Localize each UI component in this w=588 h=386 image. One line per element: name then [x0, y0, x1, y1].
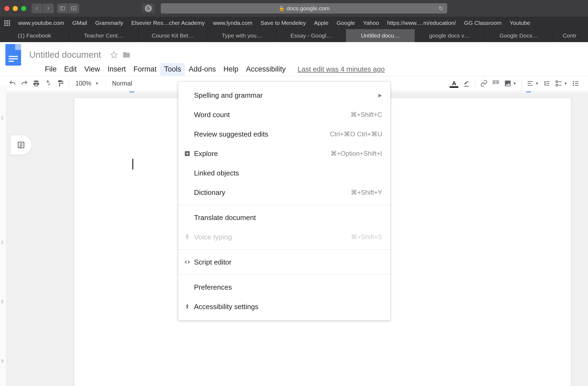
text-color-button[interactable]: A	[449, 78, 459, 89]
star-button[interactable]	[109, 50, 119, 60]
line-spacing-button[interactable]	[542, 78, 552, 89]
browser-tab[interactable]: google docs v…	[415, 29, 484, 42]
ruler-number: 3	[1, 358, 3, 363]
menu-item-script-editor[interactable]: Script editor	[178, 252, 390, 272]
bulleted-list-button[interactable]	[571, 78, 580, 89]
menu-item-dictionary[interactable]: Dictionary⌘+Shift+Y	[178, 183, 390, 202]
bookmark-item[interactable]: www.lynda.com	[213, 20, 252, 26]
keyboard-shortcut: Ctrl+⌘O Ctrl+⌘U	[330, 130, 382, 138]
move-folder-button[interactable]	[122, 50, 131, 60]
vertical-ruler[interactable]: 1 1 2 3	[0, 85, 6, 386]
bookmark-item[interactable]: Apple	[314, 20, 329, 26]
bookmark-item[interactable]: Yahoo	[363, 20, 379, 26]
menu-edit[interactable]: Edit	[61, 63, 81, 76]
outline-toggle-button[interactable]	[10, 135, 32, 155]
svg-rect-6	[495, 83, 497, 83]
menu-item-review-suggested-edits[interactable]: Review suggested editsCtrl+⌘O Ctrl+⌘U	[178, 124, 390, 144]
keyboard-shortcut: ⌘+Shift+C	[350, 111, 382, 118]
paragraph-style-select[interactable]: Normal	[109, 80, 138, 87]
document-title[interactable]: Untitled document	[29, 50, 101, 60]
insert-link-button[interactable]	[479, 78, 489, 89]
align-button[interactable]: ▼	[525, 78, 540, 89]
close-window-button[interactable]	[4, 6, 9, 11]
menu-item-preferences[interactable]: Preferences	[178, 277, 390, 297]
nav-forward-button[interactable]	[43, 4, 54, 13]
nav-back-button[interactable]	[32, 4, 42, 13]
menu-accessibility[interactable]: Accessibility	[242, 63, 289, 76]
tools-menu-dropdown: Spelling and grammar▶Word count⌘+Shift+C…	[178, 82, 390, 320]
bookmark-item[interactable]: GG Classroom	[464, 20, 502, 26]
minimize-window-button[interactable]	[13, 6, 18, 11]
keyboard-shortcut: ⌘+Shift+S	[351, 233, 382, 241]
browser-tab[interactable]: Google Docs…	[484, 29, 553, 42]
browser-tab[interactable]: Essay - Googl…	[277, 29, 346, 42]
menu-item-voice-typing: Voice typing⌘+Shift+S	[178, 227, 390, 247]
bookmark-item[interactable]: Elsevier Res…cher Academy	[131, 20, 205, 26]
explore-icon	[183, 150, 191, 157]
bookmark-item[interactable]: Google	[337, 20, 355, 26]
spellcheck-button[interactable]	[43, 78, 53, 89]
bookmark-item[interactable]: Youtube	[510, 20, 530, 26]
chevron-down-icon: ▼	[564, 81, 567, 86]
window-controls	[4, 6, 26, 11]
grammarly-extension-button[interactable]: G	[142, 4, 155, 13]
bookmark-item[interactable]: https://www.…m/education/	[387, 20, 456, 26]
browser-tab[interactable]: Course Kit Bet…	[138, 29, 208, 42]
paint-format-button[interactable]	[55, 78, 65, 89]
svg-point-19	[573, 83, 574, 84]
menu-item-linked-objects[interactable]: Linked objects	[178, 163, 390, 183]
browser-tab[interactable]: (1) Facebook	[0, 29, 69, 42]
menu-tools[interactable]: Tools	[160, 63, 185, 76]
url-text: docs.google.com	[287, 5, 330, 12]
menu-item-word-count[interactable]: Word count⌘+Shift+C	[178, 105, 390, 124]
svg-rect-14	[556, 81, 558, 83]
highlight-color-button[interactable]	[462, 78, 471, 89]
svg-rect-23	[575, 85, 579, 86]
browser-tab[interactable]: Contr	[553, 29, 586, 42]
top-sites-button[interactable]	[68, 4, 79, 13]
sidebar-toggle-button[interactable]	[57, 4, 68, 13]
menu-item-explore[interactable]: Explore⌘+Option+Shift+I	[178, 144, 390, 163]
bookmark-item[interactable]: GMail	[72, 20, 87, 26]
bookmark-item[interactable]: Grammarly	[95, 20, 123, 26]
bookmark-item[interactable]: www.youtube.com	[18, 20, 64, 26]
menu-item-accessibility-settings[interactable]: Accessibility settings	[178, 297, 390, 316]
undo-button[interactable]	[8, 78, 17, 89]
chevron-down-icon: ▼	[95, 81, 99, 86]
menu-item-translate-document[interactable]: Translate document	[178, 208, 390, 227]
menu-item-label: Explore	[194, 150, 218, 158]
bookmarks-bar: www.youtube.com GMail Grammarly Elsevier…	[0, 17, 588, 29]
menu-item-label: Translate document	[194, 214, 256, 222]
menu-insert[interactable]: Insert	[104, 63, 130, 76]
menu-item-spelling-and-grammar[interactable]: Spelling and grammar▶	[178, 86, 390, 105]
insert-comment-button[interactable]	[491, 78, 501, 89]
insert-image-button[interactable]: ▼	[503, 78, 517, 89]
url-bar[interactable]: 🔒 docs.google.com ↻	[161, 3, 447, 13]
menu-file[interactable]: File	[41, 63, 61, 76]
menu-divider	[178, 205, 390, 205]
mic-icon	[183, 234, 191, 240]
menu-add-ons[interactable]: Add-ons	[185, 63, 220, 76]
menu-item-label: Preferences	[194, 283, 232, 292]
browser-tab[interactable]: Type with you…	[208, 29, 277, 42]
bookmark-item[interactable]: Save to Mendeley	[260, 20, 306, 26]
redo-button[interactable]	[19, 78, 29, 89]
browser-tab[interactable]: Teacher Cent…	[69, 29, 138, 42]
svg-marker-3	[73, 7, 75, 9]
zoom-select[interactable]: 100%▼	[73, 80, 102, 87]
menu-help[interactable]: Help	[220, 63, 242, 76]
menu-view[interactable]: View	[81, 63, 104, 76]
chevron-down-icon: ▼	[535, 81, 539, 86]
menu-item-label: Linked objects	[194, 169, 239, 177]
menu-format[interactable]: Format	[130, 63, 161, 76]
svg-rect-21	[575, 81, 579, 82]
print-button[interactable]	[31, 78, 41, 89]
docs-app-icon[interactable]	[5, 44, 21, 66]
last-edit-link[interactable]: Last edit was 4 minutes ago	[298, 65, 385, 73]
reload-button[interactable]: ↻	[439, 5, 443, 12]
svg-rect-0	[60, 7, 65, 10]
apps-button[interactable]	[4, 20, 10, 26]
browser-tab[interactable]: Untitled docu…	[346, 29, 415, 42]
checklist-button[interactable]: ▼	[554, 78, 569, 89]
maximize-window-button[interactable]	[21, 6, 26, 11]
